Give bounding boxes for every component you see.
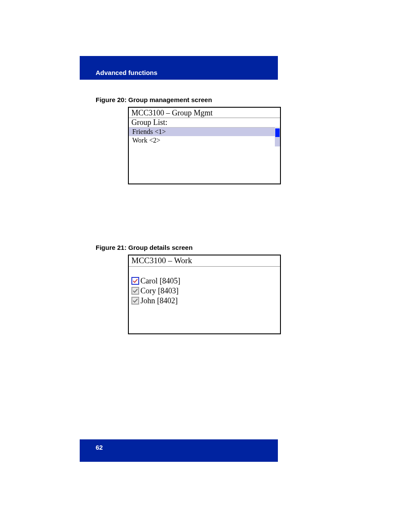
list-item[interactable]: Carol [8405] [131,276,277,286]
section-title: Advanced functions [96,69,157,76]
member-label: Cory [8403] [140,286,179,296]
section-header: Advanced functions [80,56,278,80]
list-item[interactable]: John [8402] [131,296,277,305]
figure-21-caption: Figure 21: Group details screen [96,244,347,251]
figure-20-caption: Figure 20: Group management screen [96,96,347,103]
member-list: Carol [8405] Cory [8403] [129,267,280,305]
svg-rect-0 [132,277,139,284]
list-item[interactable]: Friends <1> [129,128,275,136]
figure-20-screen: MCC3100 – Group Mgmt Group List: Friends… [128,107,281,184]
group-list: Friends <1> Work <2> [129,128,280,145]
svg-rect-2 [132,297,139,304]
checkbox-icon[interactable] [131,297,139,305]
checkbox-icon[interactable] [131,287,139,295]
page-footer: 62 [80,439,278,462]
checkbox-icon[interactable] [131,277,139,285]
member-label: John [8402] [140,296,178,305]
window-title: MCC3100 – Group Mgmt [129,108,280,118]
scrollbar[interactable] [275,128,280,146]
figure-21-screen: MCC3100 – Work Carol [8405] [128,255,281,334]
window-title: MCC3100 – Work [129,255,280,267]
scrollbar-thumb[interactable] [275,128,280,137]
list-label: Group List: [129,118,280,128]
page-number: 62 [96,444,103,451]
list-item[interactable]: Cory [8403] [131,286,277,296]
svg-rect-1 [132,287,139,294]
member-label: Carol [8405] [140,276,180,286]
list-item[interactable]: Work <2> [129,136,275,145]
